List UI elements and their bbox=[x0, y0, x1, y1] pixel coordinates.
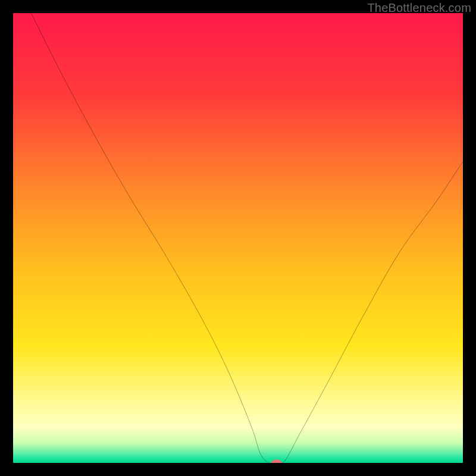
watermark-text: TheBottleneck.com bbox=[367, 1, 471, 15]
chart-frame: TheBottleneck.com bbox=[0, 0, 476, 476]
gradient-background bbox=[13, 13, 463, 463]
bottleneck-chart bbox=[13, 13, 463, 463]
